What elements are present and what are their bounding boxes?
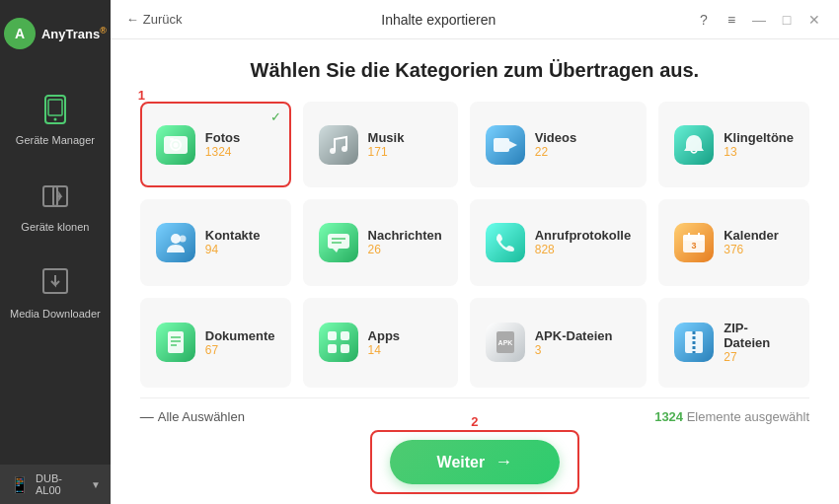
weiter-button[interactable]: Weiter → <box>390 440 561 484</box>
anrufprotokolle-icon <box>486 223 525 262</box>
category-name-musik: Musik <box>368 130 405 145</box>
category-info-zip-dateien: ZIP-Dateien 27 <box>724 321 794 364</box>
sidebar-item-label-geraete-klonen: Geräte klonen <box>21 221 89 233</box>
category-count-kontakte: 94 <box>205 243 261 256</box>
page-title: Wählen Sie die Kategorien zum Übertragen… <box>140 59 809 82</box>
svg-marker-14 <box>509 141 517 149</box>
category-count-dokumente: 67 <box>205 343 275 357</box>
category-card-apps[interactable]: Apps 14 <box>303 298 458 388</box>
svg-rect-33 <box>341 344 349 353</box>
category-card-musik[interactable]: Musik 171 <box>303 102 458 187</box>
device-dropdown-icon: ▼ <box>91 479 101 490</box>
selected-count-label: 1324 Elemente ausgewählt <box>654 409 809 424</box>
sidebar-nav: Geräte Manager Geräte klonen Media Dow <box>0 75 111 335</box>
back-button[interactable]: ← Zurück <box>126 12 183 27</box>
svg-point-16 <box>179 235 186 242</box>
sidebar-item-media-downloader[interactable]: Media Downloader <box>0 249 111 335</box>
weiter-wrap: 2 Weiter → <box>140 432 809 494</box>
weiter-annotation: 2 Weiter → <box>390 440 561 484</box>
logo-icon: A <box>4 18 36 49</box>
device-phone-icon: 📱 <box>10 475 30 494</box>
back-arrow-icon: ← <box>126 12 139 27</box>
category-card-videos[interactable]: Videos 22 <box>470 102 648 187</box>
maximize-button[interactable]: □ <box>778 11 796 29</box>
zip-dateien-icon <box>674 323 714 362</box>
category-count-apps: 14 <box>368 343 401 357</box>
category-count-videos: 22 <box>535 145 576 159</box>
category-info-dokumente: Dokumente 67 <box>205 328 275 357</box>
svg-rect-3 <box>43 186 57 206</box>
sidebar-item-geraete-manager[interactable]: Geräte Manager <box>0 75 111 162</box>
titlebar: ← Zurück Inhalte exportieren ? ≡ — □ ✕ <box>111 0 839 39</box>
category-count-zip-dateien: 27 <box>724 350 794 364</box>
svg-point-12 <box>342 146 347 152</box>
svg-rect-1 <box>48 100 62 115</box>
kalender-icon: 3 <box>674 223 714 262</box>
category-name-fotos: Fotos <box>205 130 240 145</box>
titlebar-title: Inhalte exportieren <box>381 12 496 28</box>
kontakte-icon <box>156 223 195 262</box>
clone-icon <box>37 178 74 215</box>
category-info-anrufprotokolle: Anrufprotokolle 828 <box>535 228 632 256</box>
category-card-klingeltoene[interactable]: Klingeltöne 13 <box>658 102 809 187</box>
svg-point-11 <box>330 148 336 154</box>
svg-rect-10 <box>170 138 174 141</box>
svg-rect-13 <box>494 138 509 152</box>
category-name-kalender: Kalender <box>724 228 779 243</box>
app-name-text: AnyTrans <box>41 27 100 41</box>
select-all-icon: — <box>140 408 154 424</box>
category-count-musik: 171 <box>368 145 405 159</box>
select-all-label: Alle Auswählen <box>158 409 245 424</box>
category-info-nachrichten: Nachrichten 26 <box>368 228 442 256</box>
videos-icon <box>486 125 525 165</box>
weiter-label: Weiter <box>437 454 486 471</box>
sidebar-item-geraete-klonen[interactable]: Geräte klonen <box>0 162 111 249</box>
step2-badge: 2 <box>471 414 478 429</box>
svg-point-2 <box>53 118 56 121</box>
category-name-klingeltoene: Klingeltöne <box>724 130 794 145</box>
category-card-dokumente[interactable]: Dokumente 67 <box>140 298 291 388</box>
category-name-apk-dateien: APK-Dateien <box>535 328 613 343</box>
category-info-fotos: Fotos 1324 <box>205 130 240 159</box>
help-button[interactable]: ? <box>695 11 713 29</box>
category-card-kalender[interactable]: 3 Kalender 376 <box>658 199 809 285</box>
category-card-fotos[interactable]: Fotos 1324 ✓ 1 <box>140 102 291 187</box>
svg-rect-17 <box>328 234 349 249</box>
category-info-kalender: Kalender 376 <box>724 228 779 256</box>
step1-badge: 1 <box>138 88 145 103</box>
svg-text:APK: APK <box>497 339 512 346</box>
back-label: Zurück <box>143 12 183 27</box>
category-count-apk-dateien: 3 <box>535 343 613 357</box>
logo-letter: A <box>15 26 25 41</box>
close-button[interactable]: ✕ <box>805 11 823 29</box>
category-info-musik: Musik 171 <box>368 130 405 159</box>
app-logo: A AnyTrans® <box>4 10 107 65</box>
category-card-anrufprotokolle[interactable]: Anrufprotokolle 828 <box>470 199 648 285</box>
category-name-nachrichten: Nachrichten <box>368 228 442 243</box>
apk-dateien-icon: APK <box>486 323 525 362</box>
device-selector[interactable]: 📱 DUB-AL00 ▼ <box>0 465 111 504</box>
category-count-kalender: 376 <box>724 243 779 256</box>
category-card-zip-dateien[interactable]: ZIP-Dateien 27 <box>658 298 809 388</box>
category-name-zip-dateien: ZIP-Dateien <box>724 321 794 350</box>
media-downloader-icon <box>37 264 74 302</box>
category-name-kontakte: Kontakte <box>205 228 261 243</box>
category-name-apps: Apps <box>368 328 401 343</box>
menu-button[interactable]: ≡ <box>723 11 740 29</box>
nachrichten-icon <box>319 223 358 262</box>
sidebar: A AnyTrans® Geräte Manager <box>0 0 111 504</box>
category-grid: Fotos 1324 ✓ 1 Musik 171 Videos 22 Kling… <box>140 102 809 388</box>
category-info-apk-dateien: APK-Dateien 3 <box>535 328 613 357</box>
svg-rect-31 <box>341 331 349 340</box>
device-name: DUB-AL00 <box>36 472 85 496</box>
minimize-button[interactable]: — <box>750 11 768 29</box>
main-content: ← Zurück Inhalte exportieren ? ≡ — □ ✕ W… <box>111 0 839 504</box>
category-card-kontakte[interactable]: Kontakte 94 <box>140 199 291 285</box>
select-all-button[interactable]: — Alle Auswählen <box>140 408 245 424</box>
category-count-klingeltoene: 13 <box>724 145 794 159</box>
category-card-apk-dateien[interactable]: APK APK-Dateien 3 <box>470 298 648 388</box>
app-name: AnyTrans® <box>41 26 107 41</box>
category-info-videos: Videos 22 <box>535 130 576 159</box>
category-card-nachrichten[interactable]: Nachrichten 26 <box>303 199 458 285</box>
category-name-dokumente: Dokumente <box>205 328 275 343</box>
